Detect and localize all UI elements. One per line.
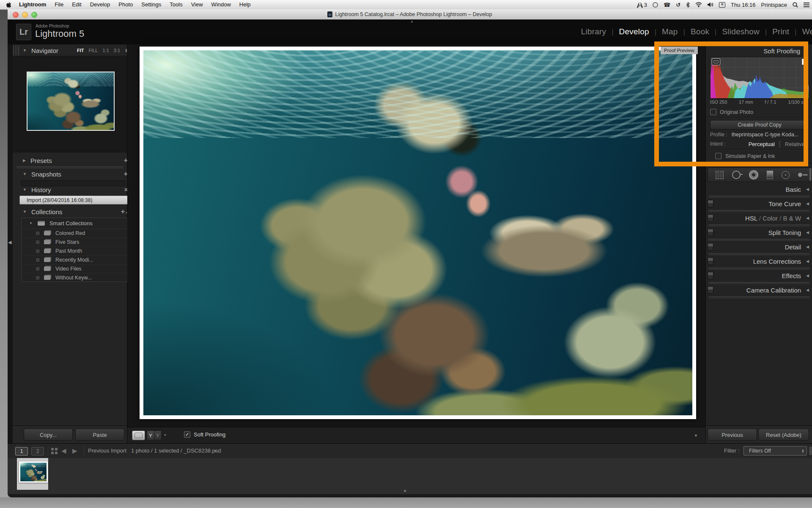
paste-button[interactable]: Paste (75, 429, 124, 441)
collection-row[interactable]: Colored Red 0 (22, 229, 138, 238)
add-collection-button[interactable]: + (121, 208, 125, 215)
history-header[interactable]: ▼ History × (23, 185, 128, 195)
disclosure-triangle-icon[interactable]: ▶ (23, 158, 26, 163)
module-map[interactable]: Map (662, 27, 678, 36)
spot-removal-tool-icon[interactable] (732, 171, 741, 179)
panel-hsl-color-bw[interactable]: HSL / Color / B & W ◀ (708, 213, 809, 223)
zoom-window-button[interactable] (31, 12, 37, 18)
toolbar-content-arrow[interactable]: ▼ (694, 433, 698, 438)
panel-toggle-switch[interactable] (708, 214, 713, 222)
navigator-header[interactable]: ▼ Navigator FIT FILL 1:1 3:1 ▲▼ (23, 45, 128, 55)
zoom-mode-3-1[interactable]: 3:1 (114, 48, 120, 53)
filter-dropdown[interactable]: Filters Off ▲▼ (743, 446, 807, 456)
panel-detail[interactable]: Detail◀ (708, 242, 809, 252)
wifi-icon[interactable] (695, 2, 702, 7)
presets-header[interactable]: ▶ Presets + (23, 155, 128, 166)
minimize-window-button[interactable] (22, 12, 28, 18)
adjustment-brush-tool-icon[interactable] (798, 173, 808, 177)
snapshots-header[interactable]: ▼ Snapshots + (23, 169, 128, 179)
expand-panel-arrow-icon[interactable]: ◀ (806, 259, 809, 263)
photo-image[interactable] (143, 50, 692, 415)
panel-toggle-switch[interactable] (708, 229, 713, 236)
module-web[interactable]: Web (802, 27, 812, 36)
disclosure-triangle-icon[interactable]: ▼ (23, 172, 27, 176)
panel-scroll-grip[interactable] (13, 45, 19, 56)
menu-settings[interactable]: Settings (137, 0, 165, 9)
bw-option[interactable]: B & W (783, 215, 801, 222)
bluetooth-icon[interactable] (686, 2, 690, 8)
loupe-view-button[interactable] (132, 431, 145, 440)
filmstrip-status[interactable]: 1 photo / 1 selected / _DSC8238.psd (131, 447, 221, 454)
menu-photo[interactable]: Photo (114, 0, 137, 9)
disclosure-triangle-icon[interactable]: ▼ (23, 48, 27, 52)
apple-menu-icon[interactable] (0, 2, 15, 8)
copy-button[interactable]: Copy... (24, 429, 73, 441)
filmstrip-switch-partial[interactable] (809, 446, 812, 456)
collection-row[interactable]: Past Month 0 (22, 247, 138, 256)
menu-lightroom[interactable]: Lightroom (15, 0, 50, 9)
expand-panel-arrow-icon[interactable]: ◀ (806, 273, 809, 278)
disclosure-triangle-icon[interactable]: ▼ (29, 221, 33, 225)
collection-row[interactable]: Video Files 0 (22, 265, 138, 273)
panel-tone-curve[interactable]: Tone Curve◀ (708, 199, 809, 209)
previous-photo-arrow-icon[interactable]: ◀ (61, 447, 66, 455)
spotlight-icon[interactable] (793, 2, 798, 8)
grid-view-icon[interactable] (51, 448, 58, 454)
expand-panel-arrow-icon[interactable]: ◀ (806, 288, 809, 292)
menu-file[interactable]: File (50, 0, 68, 9)
reset-button[interactable]: Reset (Adobe) (758, 429, 809, 441)
panel-toggle-switch[interactable] (708, 257, 713, 265)
top-panel-collapse-arrow[interactable]: ▲ (410, 19, 414, 23)
zoom-mode-fit[interactable]: FIT (77, 48, 84, 53)
collection-row[interactable]: Recently Modi... 1 (22, 256, 138, 265)
expand-panel-arrow-icon[interactable]: ◀ (806, 187, 809, 191)
soft-proofing-toggle[interactable]: ✓ Soft Proofing (184, 431, 225, 438)
panel-camera-calibration[interactable]: Camera Calibration◀ (708, 285, 809, 295)
keyboard-prefs-icon[interactable]: ✲ (719, 2, 725, 8)
next-photo-arrow-icon[interactable]: ▶ (72, 447, 77, 455)
hsl-option[interactable]: HSL (745, 215, 757, 222)
before-after-buttons[interactable]: Y Y (147, 431, 162, 440)
panel-toggle-switch[interactable] (708, 286, 713, 294)
collapse-bottom-panel-arrow[interactable]: ▼ (403, 489, 407, 493)
module-slideshow[interactable]: Slideshow (722, 27, 759, 36)
zoom-mode-1-1[interactable]: 1:1 (102, 48, 109, 53)
second-window-button[interactable]: 2 (31, 447, 44, 456)
collection-row[interactable]: Five Stars 0 (22, 238, 138, 247)
radial-filter-tool-icon[interactable] (782, 171, 790, 179)
graduated-filter-tool-icon[interactable] (767, 171, 773, 179)
main-window-button[interactable]: 1 (15, 447, 28, 456)
menu-tools[interactable]: Tools (165, 0, 187, 9)
collapse-left-panel-arrow[interactable]: ◀ (8, 240, 11, 245)
soft-proofing-checkbox[interactable]: ✓ (184, 431, 190, 438)
notification-center-icon[interactable] (804, 3, 809, 7)
collections-header[interactable]: ▼ Collections + ▼ (23, 207, 128, 217)
before-after-menu-arrow[interactable]: ▼ (164, 433, 167, 436)
filmstrip-cell-selected[interactable] (17, 458, 48, 490)
previous-button[interactable]: Previous (708, 429, 757, 441)
expand-panel-arrow-icon[interactable]: ◀ (806, 230, 809, 235)
disclosure-triangle-icon[interactable]: ▼ (23, 188, 27, 192)
module-library[interactable]: Library (581, 27, 606, 36)
expand-panel-arrow-icon[interactable]: ◀ (806, 216, 809, 220)
panel-toggle-switch[interactable] (708, 272, 713, 279)
filmstrip-source[interactable]: Previous Import (88, 447, 126, 454)
creative-cloud-icon[interactable] (653, 2, 658, 8)
panel-effects[interactable]: Effects◀ (708, 271, 809, 281)
close-window-button[interactable] (13, 12, 19, 18)
right-panel-scrollbar[interactable] (809, 168, 811, 181)
panel-split-toning[interactable]: Split Toning◀ (708, 227, 809, 237)
panel-toggle-switch[interactable] (708, 243, 713, 251)
menu-help[interactable]: Help (235, 0, 255, 9)
time-machine-icon[interactable]: ↺ (676, 2, 680, 8)
expand-panel-arrow-icon[interactable]: ◀ (806, 202, 809, 206)
expand-panel-arrow-icon[interactable]: ◀ (806, 245, 809, 249)
menu-window[interactable]: Window (207, 0, 235, 9)
module-book[interactable]: Book (691, 27, 709, 36)
color-option[interactable]: Color (763, 215, 778, 222)
module-print[interactable]: Print (772, 27, 789, 36)
menu-view[interactable]: View (187, 0, 207, 9)
zoom-mode-fill[interactable]: FILL (88, 48, 98, 53)
adobe-app-icon[interactable]: 3 (637, 2, 647, 8)
menu-bar-clock[interactable]: Thu 16:16 (731, 2, 756, 8)
